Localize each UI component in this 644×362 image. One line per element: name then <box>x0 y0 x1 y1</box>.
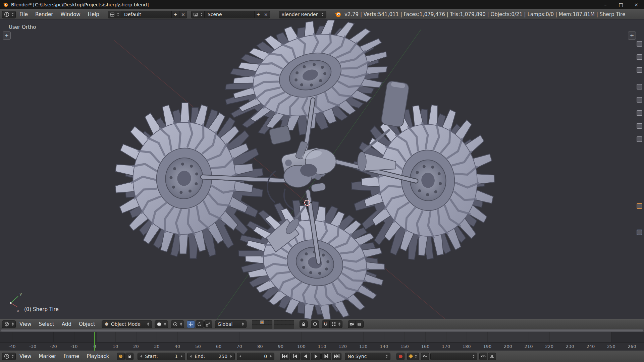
properties-tab-render-layers-icon[interactable] <box>637 54 642 60</box>
keying-set-active-button[interactable] <box>421 353 429 360</box>
increment-arrow-icon[interactable] <box>181 355 182 358</box>
info-menu-help[interactable]: Help <box>84 11 103 17</box>
properties-tab-material-icon[interactable] <box>637 203 642 209</box>
manipulator-translate-toggle[interactable] <box>187 320 195 328</box>
layer-toggle-5[interactable] <box>268 320 272 324</box>
jump-to-start-button[interactable] <box>280 353 289 360</box>
layer-toggle-20[interactable] <box>290 324 294 328</box>
properties-tab-object-icon[interactable] <box>637 97 642 103</box>
transform-orientation-dropdown[interactable]: Global <box>215 320 247 328</box>
layer-toggle-9[interactable] <box>264 324 268 328</box>
layer-toggle-3[interactable] <box>260 320 264 324</box>
viewport-shading-dropdown[interactable] <box>155 320 168 328</box>
layer-toggle-4[interactable] <box>264 320 268 324</box>
layer-toggle-1[interactable] <box>252 320 256 324</box>
viewport-3d[interactable]: yx User Ortho (0) Sherp Tire + + <box>0 19 644 319</box>
add-scene-button[interactable]: + <box>254 11 262 18</box>
screen-layout-name-field[interactable]: Default <box>121 11 172 18</box>
info-menu-file[interactable]: File <box>16 11 32 17</box>
snap-element-dropdown[interactable] <box>329 320 342 328</box>
toolshelf-expand-tab[interactable]: + <box>3 32 11 40</box>
view3d-menu-add[interactable]: Add <box>58 321 75 327</box>
info-menu-render[interactable]: Render <box>32 11 57 17</box>
properties-tab-modifiers-icon[interactable] <box>637 123 642 129</box>
layer-toggle-15[interactable] <box>290 320 294 324</box>
timeline-menu-playback[interactable]: Playback <box>83 353 113 359</box>
decrement-arrow-icon[interactable] <box>190 355 192 358</box>
layer-toggle-18[interactable] <box>282 324 286 328</box>
layer-toggle-14[interactable] <box>286 320 290 324</box>
scene-name-field[interactable]: Scene <box>204 11 255 18</box>
timeline-menu-view[interactable]: View <box>16 353 35 359</box>
current-frame-field[interactable]: 0 <box>237 353 274 360</box>
lock-time-cursor-toggle[interactable] <box>125 353 133 360</box>
increment-arrow-icon[interactable] <box>270 355 272 358</box>
snap-toggle[interactable] <box>322 320 330 328</box>
auto-keying-mode-dropdown[interactable] <box>407 353 419 360</box>
lock-to-scene-toggle[interactable] <box>300 320 308 328</box>
screen-layout-browse-button[interactable] <box>108 11 121 18</box>
properties-tab-data-icon[interactable] <box>637 136 642 142</box>
decrement-arrow-icon[interactable] <box>239 355 241 358</box>
layer-toggle-16[interactable] <box>274 324 278 328</box>
layer-toggle-19[interactable] <box>286 324 290 328</box>
3d-scene[interactable]: yx <box>0 19 644 319</box>
timeline-track[interactable] <box>0 332 644 343</box>
insert-keyframes-button[interactable] <box>479 353 487 360</box>
delete-scene-button[interactable]: × <box>262 11 270 18</box>
jump-to-prev-keyframe-button[interactable] <box>290 353 300 360</box>
layer-toggle-6[interactable] <box>252 324 256 328</box>
opengl-render-animation-button[interactable] <box>356 320 364 328</box>
minimize-button[interactable]: – <box>598 0 613 9</box>
timeline-editor[interactable]: -40-30-20-100102030405060708090100110120… <box>0 329 644 351</box>
current-frame-indicator[interactable] <box>94 332 95 351</box>
info-menu-window[interactable]: Window <box>57 11 84 17</box>
manipulator-scale-toggle[interactable] <box>204 320 212 328</box>
properties-shelf-expand-tab[interactable]: + <box>628 32 636 40</box>
properties-tab-scene-icon[interactable] <box>637 67 642 73</box>
render-engine-dropdown[interactable]: Blender Render <box>279 11 326 18</box>
properties-tab-constraints-icon[interactable] <box>637 110 642 116</box>
add-screen-layout-button[interactable]: + <box>171 11 179 18</box>
frame-start-field[interactable]: Start:1 <box>138 353 185 360</box>
auto-keyframe-record-toggle[interactable] <box>396 353 405 360</box>
layer-toggle-12[interactable] <box>278 320 282 324</box>
manipulator-rotate-toggle[interactable] <box>196 320 204 328</box>
frame-end-field[interactable]: End:250 <box>187 353 235 360</box>
scene-browse-button[interactable] <box>191 11 205 18</box>
play-reverse-button[interactable] <box>301 353 310 360</box>
maximize-button[interactable]: □ <box>613 0 629 9</box>
keying-set-dropdown[interactable] <box>430 353 477 360</box>
mode-dropdown[interactable]: Object Mode <box>102 320 152 328</box>
proportional-edit-dropdown[interactable] <box>311 320 319 328</box>
view3d-menu-view[interactable]: View <box>16 321 35 327</box>
layer-toggle-10[interactable] <box>268 324 272 328</box>
pivot-point-dropdown[interactable] <box>171 320 184 328</box>
layer-toggle-13[interactable] <box>282 320 286 324</box>
jump-to-next-keyframe-button[interactable] <box>321 353 331 360</box>
layer-toggle-2[interactable] <box>256 320 260 324</box>
properties-tab-world-icon[interactable] <box>637 84 642 89</box>
properties-tab-texture-icon[interactable] <box>637 230 642 235</box>
timeline-menu-marker[interactable]: Marker <box>35 353 60 359</box>
av-sync-dropdown[interactable]: No Sync <box>345 353 390 360</box>
delete-screen-layout-button[interactable]: × <box>179 11 187 18</box>
close-button[interactable]: × <box>629 0 644 9</box>
timeline-menu-frame[interactable]: Frame <box>60 353 83 359</box>
editor-type-button-info[interactable] <box>2 11 16 18</box>
decrement-arrow-icon[interactable] <box>140 355 142 358</box>
editor-type-button-timeline[interactable] <box>2 353 16 360</box>
view3d-menu-select[interactable]: Select <box>35 321 58 327</box>
layer-toggle-8[interactable] <box>260 324 264 328</box>
properties-tab-render-icon[interactable] <box>637 41 642 47</box>
play-button[interactable] <box>311 353 321 360</box>
opengl-render-button[interactable] <box>348 320 356 328</box>
layer-toggle-17[interactable] <box>278 324 282 328</box>
layer-toggle-11[interactable] <box>274 320 278 324</box>
view3d-menu-object[interactable]: Object <box>75 321 99 327</box>
increment-arrow-icon[interactable] <box>230 355 232 358</box>
delete-keyframes-button[interactable] <box>488 353 496 360</box>
timeline-scrollbar-thumb[interactable] <box>1 329 643 331</box>
jump-to-end-button[interactable] <box>332 353 341 360</box>
layer-toggle-7[interactable] <box>256 324 260 328</box>
